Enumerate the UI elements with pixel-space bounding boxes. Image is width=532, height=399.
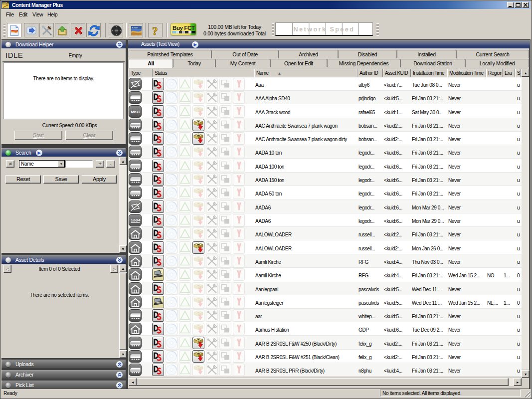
svg-text:AURAN: AURAN: [132, 26, 138, 29]
svg-text:?: ?: [152, 25, 158, 37]
svg-text:1-2-3-4: 1-2-3-4: [131, 218, 140, 222]
svg-text:NWS: NWS: [2, 2, 7, 4]
svg-text:MISC: MISC: [131, 110, 140, 114]
